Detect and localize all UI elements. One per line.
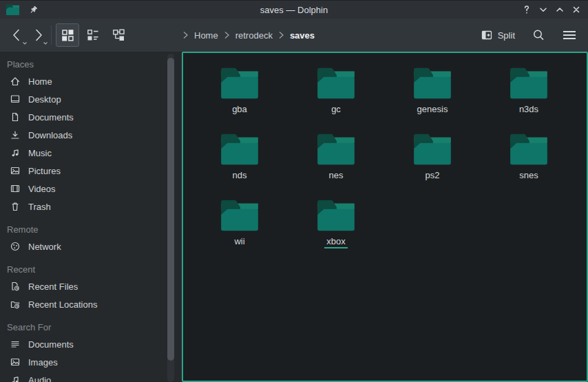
- sidebar-item-trash[interactable]: Trash: [0, 198, 182, 215]
- sidebar-item-label: Music: [28, 148, 52, 158]
- recent-section: Recent Recent Files Recent Locations: [0, 262, 182, 313]
- sidebar-item-search-images[interactable]: Images: [0, 353, 182, 371]
- search-button[interactable]: [527, 24, 549, 46]
- folder-icon: [315, 198, 357, 233]
- folder-label: xbox: [324, 236, 347, 248]
- breadcrumb-chevron-icon: [223, 30, 231, 40]
- folder-item-n3ds[interactable]: n3ds: [481, 65, 577, 131]
- pin-icon[interactable]: [28, 5, 39, 15]
- sidebar-item-downloads[interactable]: Downloads: [0, 126, 182, 144]
- folder-clock-icon: [10, 299, 21, 310]
- hamburger-icon: [561, 28, 578, 43]
- section-header-remote: Remote: [0, 222, 182, 237]
- network-globe-icon: [10, 241, 21, 252]
- sidebar-scrollbar-thumb[interactable]: [167, 58, 174, 361]
- sidebar-item-music[interactable]: Music: [0, 144, 182, 162]
- places-panel: Places Home Desktop Documents Downloads: [0, 52, 182, 382]
- sidebar-item-label: Home: [28, 76, 52, 87]
- folder-label: nes: [327, 170, 346, 181]
- sidebar-item-label: Recent Files: [28, 282, 78, 292]
- breadcrumb-saves[interactable]: saves: [290, 30, 315, 41]
- desktop-icon: [10, 94, 21, 105]
- folder-icon: [218, 66, 261, 100]
- icons-view-button[interactable]: [56, 23, 79, 47]
- sidebar-item-search-audio[interactable]: Audio: [0, 371, 182, 382]
- folder-item-snes[interactable]: snes: [481, 131, 577, 197]
- sidebar-item-documents[interactable]: Documents: [0, 108, 182, 126]
- sidebar-item-label: Pictures: [28, 166, 61, 176]
- sidebar-item-label: Audio: [28, 375, 51, 382]
- breadcrumb-retrodeck[interactable]: retrodeck: [235, 30, 273, 41]
- minimize-button[interactable]: [537, 3, 549, 16]
- section-header-places: Places: [0, 57, 182, 72]
- folder-item-genesis[interactable]: genesis: [384, 65, 481, 131]
- sidebar-item-label: Trash: [28, 202, 51, 212]
- caret-down-icon: [43, 41, 48, 45]
- folder-label: ps2: [423, 170, 442, 181]
- sidebar-item-videos[interactable]: Videos: [0, 180, 182, 198]
- tree-view-button[interactable]: [107, 23, 130, 47]
- caret-down-icon: [22, 41, 28, 45]
- folder-label: nds: [231, 170, 249, 181]
- sidebar-item-recent-locations[interactable]: Recent Locations: [0, 295, 182, 313]
- sidebar-item-label: Documents: [28, 112, 74, 123]
- breadcrumb-home[interactable]: Home: [194, 30, 218, 41]
- places-section: Places Home Desktop Documents Downloads: [0, 57, 182, 215]
- folder-icon: [218, 132, 261, 167]
- folder-grid: gba gc genesis n3ds nds: [183, 53, 587, 263]
- breadcrumb-chevron-icon: [182, 30, 189, 40]
- folder-item-gba[interactable]: gba: [191, 65, 288, 131]
- details-view-button[interactable]: [81, 23, 105, 47]
- split-button[interactable]: Split: [476, 25, 519, 45]
- sidebar-item-pictures[interactable]: Pictures: [0, 162, 182, 180]
- folder-view: gba gc genesis n3ds nds: [182, 52, 588, 382]
- sidebar-item-label: Network: [28, 242, 61, 252]
- folder-icon: [315, 132, 357, 167]
- image-icon: [10, 165, 21, 176]
- folder-item-nds[interactable]: nds: [191, 131, 288, 197]
- folder-item-nes[interactable]: nes: [288, 131, 384, 197]
- sidebar-item-label: Recent Locations: [28, 299, 97, 310]
- app-folder-icon: [6, 3, 20, 16]
- folder-icon: [315, 66, 357, 100]
- folder-icon: [411, 132, 454, 167]
- folder-label: n3ds: [517, 104, 540, 115]
- trash-icon: [10, 201, 21, 212]
- sidebar-item-desktop[interactable]: Desktop: [0, 90, 182, 108]
- folder-label: genesis: [415, 104, 450, 115]
- folder-item-wii[interactable]: wii: [191, 197, 288, 263]
- folder-item-xbox[interactable]: xbox: [288, 197, 384, 263]
- text-lines-icon: [10, 339, 21, 350]
- sidebar-item-search-documents[interactable]: Documents: [0, 335, 182, 353]
- section-header-search-for: Search For: [0, 320, 182, 335]
- folder-item-ps2[interactable]: ps2: [384, 131, 481, 197]
- maximize-button[interactable]: [554, 3, 566, 16]
- search-icon: [531, 28, 546, 43]
- sidebar-item-home[interactable]: Home: [0, 72, 182, 90]
- remote-section: Remote Network: [0, 222, 182, 255]
- folder-icon: [411, 66, 454, 100]
- menu-button[interactable]: [558, 24, 581, 46]
- back-button[interactable]: [7, 23, 28, 47]
- split-button-label: Split: [498, 30, 515, 41]
- close-button[interactable]: [570, 3, 582, 16]
- tree-view-icon: [111, 28, 126, 43]
- search-for-section: Search For Documents Images Audio: [0, 320, 182, 382]
- sidebar-item-label: Downloads: [28, 130, 72, 140]
- dolphin-window: saves — Dolphin: [0, 0, 588, 382]
- sidebar-item-network[interactable]: Network: [0, 237, 182, 255]
- folder-label: snes: [517, 170, 540, 181]
- titlebar: saves — Dolphin: [0, 0, 588, 19]
- folder-item-gc[interactable]: gc: [288, 65, 384, 131]
- details-view-icon: [85, 28, 101, 43]
- toolbar-separator: [51, 25, 52, 45]
- sidebar-item-recent-files[interactable]: Recent Files: [0, 277, 182, 295]
- sidebar-item-label: Documents: [28, 339, 74, 350]
- folder-label: wii: [232, 236, 246, 247]
- forward-button[interactable]: [28, 23, 48, 47]
- sidebar-item-label: Images: [28, 357, 58, 368]
- toolbar: Home retrodeck saves Split: [0, 19, 588, 52]
- music-note-icon: [10, 147, 21, 158]
- folder-icon: [507, 66, 550, 100]
- help-button[interactable]: [521, 3, 533, 16]
